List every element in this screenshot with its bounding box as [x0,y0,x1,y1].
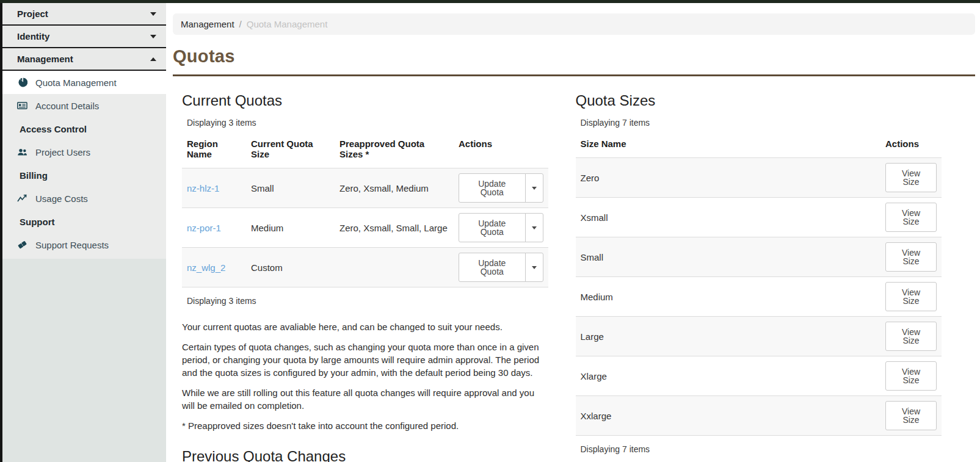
sidebar-menu: Quota Management Account Details Access … [2,71,166,259]
view-size-button[interactable]: View Size [885,322,937,351]
column-header-region-name: Region Name [182,135,246,168]
chevron-down-icon [150,12,156,16]
size-name-cell: Large [576,317,881,356]
table-header-row: Size Name Actions [576,135,942,158]
sidebar-item-label: Account Details [35,101,99,111]
quota-sizes-table: Size Name Actions Zero View Size Xsmall … [576,135,942,436]
sidebar-item-label: Project Users [35,147,90,157]
region-link[interactable]: nz_wlg_2 [187,262,225,273]
sidebar-item-usage-costs[interactable]: Usage Costs [2,187,166,210]
size-name-cell: Xlarge [576,356,881,396]
sidebar-item-support-requests[interactable]: Support Requests [2,233,166,256]
view-size-button[interactable]: View Size [885,203,937,232]
note-paragraph: Certain types of quota changes, such as … [182,341,548,379]
sidebar-section-access-control: Access Control [2,117,166,140]
caret-down-icon [532,187,537,190]
column-header-preapproved-quota-sizes: Preapproved Quota Sizes * [335,135,454,168]
breadcrumb-management-link[interactable]: Management [181,19,234,29]
note-paragraph: Your current quotas are avaliable here, … [182,320,548,333]
note-paragraph: While we are still rolling out this feat… [182,386,548,412]
accordion-label: Identity [17,31,49,42]
caret-down-icon [532,226,537,229]
table-row: nz_wlg_2 Custom Update Quota [182,248,548,287]
sidebar-accordion-identity[interactable]: Identity [2,26,166,48]
quota-size-cell: Small [246,168,335,208]
note-paragraph: * Preapproved sizes doesn't take into ac… [182,419,548,432]
table-header-row: Region Name Current Quota Size Preapprov… [182,135,548,168]
sidebar-accordion-project[interactable]: Project [2,3,166,26]
size-name-cell: Medium [576,277,881,317]
quota-sizes-heading: Quota Sizes [576,92,942,109]
size-name-cell: Zero [576,158,881,198]
current-quotas-table: Region Name Current Quota Size Preapprov… [182,135,548,287]
quota-sizes-count-bottom: Displaying 7 items [576,444,942,454]
pie-chart-icon [17,78,27,87]
update-quota-dropdown-toggle[interactable] [525,173,543,203]
table-row: Small View Size [576,237,942,277]
update-quota-dropdown-toggle[interactable] [525,253,543,282]
current-quotas-count-bottom: Displaying 3 items [182,296,548,306]
view-size-button[interactable]: View Size [885,282,937,311]
preapproved-sizes-cell: Zero, Xsmall, Medium [335,168,454,208]
quota-sizes-section: Quota Sizes Displaying 7 items Size Name… [570,76,976,462]
table-row: Zero View Size [576,158,942,198]
column-header-current-quota-size: Current Quota Size [246,135,335,168]
view-size-button[interactable]: View Size [885,163,937,192]
caret-down-icon [532,266,537,269]
sidebar-item-project-users[interactable]: Project Users [2,140,166,164]
size-name-cell: Xsmall [576,198,881,237]
sidebar-section-support: Support [2,210,166,233]
chevron-down-icon [150,35,156,38]
update-quota-dropdown-toggle[interactable] [525,213,543,242]
users-icon [17,148,27,157]
view-size-button[interactable]: View Size [885,361,937,391]
table-row: Large View Size [576,317,942,356]
main-content: Management / Quota Management Quotas Cur… [166,3,980,462]
table-row: Xxlarge View Size [576,396,942,436]
sidebar: Project Identity Management Quota Manage… [0,3,166,462]
previous-quota-changes-heading: Previous Quota Changes [182,448,548,462]
sidebar-lower-fill [2,259,166,462]
column-header-actions: Actions [454,135,548,168]
view-size-button[interactable]: View Size [885,242,937,272]
page-title: Quotas [173,46,980,67]
size-name-cell: Xxlarge [576,396,881,436]
sidebar-section-billing: Billing [2,164,166,187]
ticket-icon [17,240,27,250]
chevron-up-icon [150,57,156,61]
update-quota-button[interactable]: Update Quota [459,173,526,203]
current-quotas-section: Current Quotas Displaying 3 items Region… [173,76,570,462]
sidebar-accordion-management[interactable]: Management [2,48,166,71]
table-row: nz-hlz-1 Small Zero, Xsmall, Medium Upda… [182,168,548,208]
sidebar-item-account-details[interactable]: Account Details [2,94,166,117]
accordion-label: Project [17,9,48,19]
accordion-label: Management [17,54,73,64]
sidebar-item-label: Quota Management [35,78,117,88]
view-size-button[interactable]: View Size [885,401,937,430]
preapproved-sizes-cell: Zero, Xsmall, Small, Large [335,208,454,248]
update-quota-button[interactable]: Update Quota [459,213,526,242]
region-link[interactable]: nz-por-1 [187,223,221,233]
quota-size-cell: Custom [246,248,335,287]
current-quotas-heading: Current Quotas [182,92,548,109]
sidebar-item-quota-management[interactable]: Quota Management [2,71,166,94]
line-chart-icon [17,194,27,203]
quota-notes: Your current quotas are avaliable here, … [182,320,548,432]
quota-sizes-count-top: Displaying 7 items [576,118,942,128]
table-row: Xsmall View Size [576,198,942,237]
table-row: nz-por-1 Medium Zero, Xsmall, Small, Lar… [182,208,548,248]
breadcrumb: Management / Quota Management [173,13,975,35]
sidebar-item-label: Usage Costs [35,193,88,204]
preapproved-sizes-cell [335,248,454,287]
column-header-size-name: Size Name [576,135,881,158]
size-name-cell: Small [576,237,881,277]
quota-size-cell: Medium [246,208,335,248]
sidebar-item-label: Support Requests [35,240,109,250]
update-quota-button[interactable]: Update Quota [459,253,526,282]
breadcrumb-separator: / [239,19,242,29]
region-link[interactable]: nz-hlz-1 [187,183,219,193]
current-quotas-count-top: Displaying 3 items [182,118,548,128]
column-header-actions: Actions [880,135,942,158]
table-row: Xlarge View Size [576,356,942,396]
table-row: Medium View Size [576,277,942,317]
